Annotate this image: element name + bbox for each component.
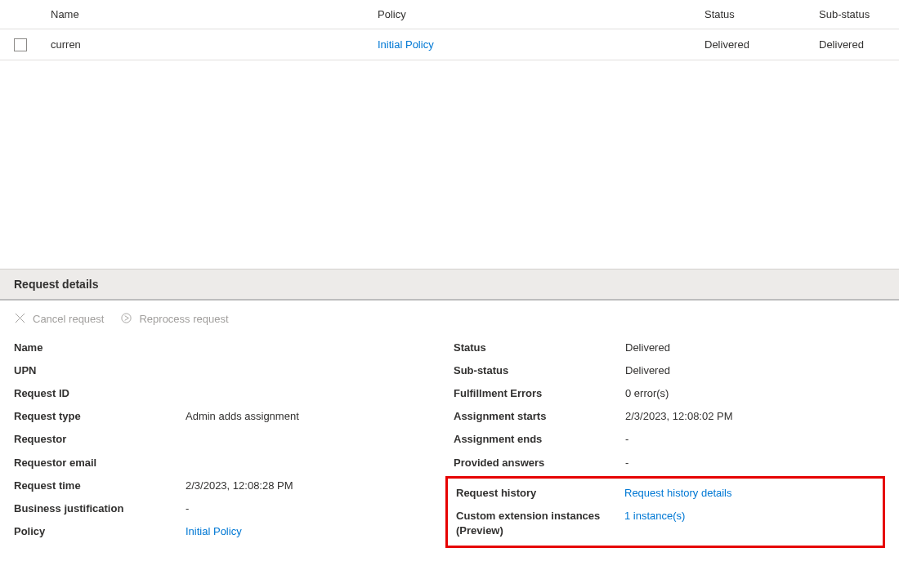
cell-substatus: Delivered [809, 29, 899, 60]
request-time-value: 2/3/2023, 12:08:28 PM [186, 479, 293, 493]
cancel-request-label: Cancel request [33, 313, 104, 325]
substatus-value: Delivered [625, 363, 670, 378]
details-right-column: StatusDelivered Sub-statusDelivered Fulf… [454, 336, 885, 549]
header-checkbox-col [0, 0, 41, 29]
name-label: Name [14, 341, 186, 355]
upn-label: UPN [14, 363, 186, 378]
request-history-label: Request history [456, 486, 624, 501]
request-type-label: Request type [14, 409, 186, 424]
assignment-ends-value: - [625, 432, 628, 447]
header-substatus[interactable]: Sub-status [809, 0, 899, 29]
status-value: Delivered [625, 341, 670, 355]
cancel-request-button: Cancel request [14, 312, 104, 327]
header-status[interactable]: Status [695, 0, 809, 29]
provided-answers-label: Provided answers [454, 456, 625, 470]
row-checkbox[interactable] [14, 38, 27, 51]
highlight-box: Request historyRequest history details C… [445, 476, 885, 549]
fulfillment-errors-label: Fulfillment Errors [454, 386, 625, 401]
details-toolbar: Cancel request Reprocess request [0, 301, 899, 336]
requests-table: Name Policy Status Sub-status curren Ini… [0, 0, 899, 60]
assignment-starts-label: Assignment starts [454, 409, 625, 424]
reprocess-icon [120, 312, 132, 327]
fulfillment-errors-value: 0 error(s) [625, 386, 669, 401]
request-history-link[interactable]: Request history details [624, 486, 732, 501]
cell-name: curren [41, 29, 368, 60]
table-row[interactable]: curren Initial Policy Delivered Delivere… [0, 29, 899, 60]
substatus-label: Sub-status [454, 363, 625, 378]
reprocess-request-button: Reprocess request [120, 312, 228, 327]
policy-label: Policy [14, 524, 186, 539]
header-name[interactable]: Name [41, 0, 368, 29]
header-policy[interactable]: Policy [368, 0, 695, 29]
cell-status: Delivered [695, 29, 809, 60]
requestor-label: Requestor [14, 432, 186, 447]
custom-extension-label: Custom extension instances (Preview) [456, 509, 624, 538]
request-type-value: Admin adds assignment [186, 409, 299, 424]
request-time-label: Request time [14, 479, 186, 493]
status-label: Status [454, 341, 625, 355]
business-justification-label: Business justification [14, 501, 186, 516]
details-body: Name UPN Request ID Request typeAdmin ad… [0, 336, 899, 565]
close-icon [14, 312, 26, 327]
assignment-starts-value: 2/3/2023, 12:08:02 PM [625, 409, 733, 424]
request-id-label: Request ID [14, 386, 186, 401]
details-left-column: Name UPN Request ID Request typeAdmin ad… [14, 336, 445, 549]
business-justification-value: - [186, 501, 189, 516]
policy-link[interactable]: Initial Policy [186, 524, 242, 539]
svg-point-2 [122, 313, 131, 322]
provided-answers-value: - [625, 456, 628, 470]
spacer [0, 60, 899, 269]
requestor-email-label: Requestor email [14, 456, 186, 470]
requests-table-area: Name Policy Status Sub-status curren Ini… [0, 0, 899, 60]
cell-policy-link[interactable]: Initial Policy [378, 38, 434, 51]
assignment-ends-label: Assignment ends [454, 432, 625, 447]
custom-extension-link[interactable]: 1 instance(s) [624, 509, 685, 523]
details-panel-header: Request details [0, 269, 899, 301]
reprocess-request-label: Reprocess request [139, 313, 228, 325]
